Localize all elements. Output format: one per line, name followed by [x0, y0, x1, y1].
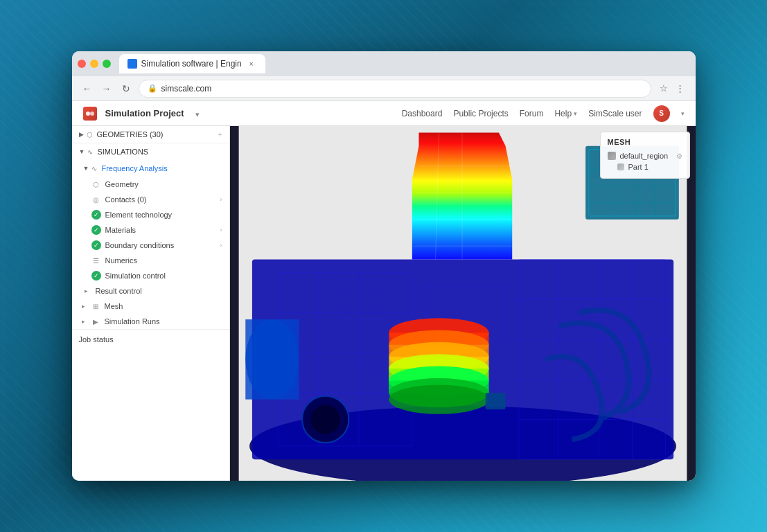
sim-runs-play-icon: ▶ [93, 318, 98, 326]
sidebar-item-boundary[interactable]: ✓ Boundary conditions › [78, 238, 229, 253]
app-header: Simulation Project ▾ Dashboard Public Pr… [72, 101, 696, 126]
sim-runs-icon: ▸ [79, 317, 89, 326]
app-logo [83, 107, 97, 121]
svg-point-51 [310, 405, 340, 434]
simulations-icon: ∿ [87, 148, 93, 156]
geometry-label: Geometry [105, 180, 222, 188]
more-icon[interactable]: ⋮ [673, 82, 687, 96]
part-label: Part 1 [628, 163, 649, 171]
sim-control-check-icon: ✓ [91, 271, 101, 281]
element-tech-label: Element technology [105, 211, 222, 219]
help-chevron-icon: ▾ [574, 110, 577, 117]
url-text: simscale.com [161, 84, 642, 94]
tab-favicon [127, 59, 137, 69]
mesh-grid-icon: ⊞ [93, 303, 98, 310]
sidebar-item-contacts[interactable]: ◎ Contacts (0) › [78, 192, 229, 207]
mesh-item-default-region[interactable]: default_region ⚙ [608, 150, 682, 161]
frequency-analysis-section: ▼ ∿ Frequency Analysis ⬡ Geometry [72, 160, 229, 283]
browser-titlebar: Simulation software | Engin × [72, 51, 696, 76]
geometries-more-icon[interactable]: + [218, 131, 222, 139]
sidebar-item-result-control[interactable]: ▸ Result control [72, 283, 229, 299]
project-menu-button[interactable]: ▾ [195, 107, 200, 120]
boundary-label: Boundary conditions [105, 241, 216, 249]
back-button[interactable]: ← [80, 82, 94, 96]
nav-public-projects[interactable]: Public Projects [453, 109, 508, 118]
geometries-chevron-icon: ▶ [79, 131, 84, 138]
materials-check-icon: ✓ [91, 225, 101, 235]
close-button[interactable] [78, 60, 86, 68]
viewport: MESH default_region ⚙ Part 1 [230, 126, 696, 481]
sidebar-item-sim-control[interactable]: ✓ Simulation control [78, 268, 229, 283]
svg-point-1 [90, 112, 94, 116]
help-menu[interactable]: Help ▾ [554, 109, 577, 118]
mesh-item-part1[interactable]: Part 1 [608, 161, 682, 172]
simulations-chevron-icon: ▼ [79, 148, 85, 155]
user-avatar[interactable]: S [653, 105, 670, 122]
result-control-label: Result control [96, 287, 222, 295]
contacts-icon: ◎ [91, 195, 101, 204]
user-name[interactable]: SimScale user [588, 109, 642, 118]
browser-addressbar: ← → ↻ 🔒 simscale.com ☆ ⋮ [72, 76, 696, 101]
boundary-more-icon[interactable]: › [220, 242, 222, 249]
lock-icon: 🔒 [148, 84, 157, 93]
simulation-canvas [230, 126, 696, 481]
sidebar-item-geometry[interactable]: ⬡ Geometry [78, 177, 229, 192]
maximize-button[interactable] [103, 60, 111, 68]
sidebar-item-sim-runs[interactable]: ▸ ▶ Simulation Runs [72, 314, 229, 329]
svg-point-43 [389, 384, 488, 414]
tab-title: Simulation software | Engin [141, 59, 242, 69]
nav-dashboard[interactable]: Dashboard [402, 109, 443, 118]
sidebar: ▶ ⬡ GEOMETRIES (30) + ▼ ∿ SIMULATIONS [72, 126, 230, 481]
tab-bar: Simulation software | Engin × [119, 54, 690, 73]
user-chevron-icon: ▾ [681, 110, 685, 117]
traffic-lights [78, 60, 111, 68]
sim-runs-label: Simulation Runs [105, 317, 222, 326]
simulations-header[interactable]: ▼ ∿ SIMULATIONS [72, 143, 229, 160]
browser-window: Simulation software | Engin × ← → ↻ 🔒 si… [72, 51, 696, 481]
sim-control-label: Simulation control [105, 272, 222, 280]
contacts-label: Contacts (0) [105, 195, 216, 204]
freq-chevron-icon: ▼ [83, 165, 89, 172]
sidebar-item-materials[interactable]: ✓ Materials › [78, 222, 229, 238]
bookmark-icon[interactable]: ☆ [657, 82, 671, 96]
geometries-label: GEOMETRIES (30) [97, 130, 164, 139]
geometries-header[interactable]: ▶ ⬡ GEOMETRIES (30) + [72, 126, 229, 143]
mesh-region-label: default_region [620, 152, 669, 160]
tab-close-button[interactable]: × [246, 58, 257, 69]
frequency-analysis-header[interactable]: ▼ ∿ Frequency Analysis [78, 160, 229, 177]
part-icon [617, 163, 624, 170]
address-bar[interactable]: 🔒 simscale.com [139, 80, 651, 98]
main-content: ▶ ⬡ GEOMETRIES (30) + ▼ ∿ SIMULATIONS [72, 126, 696, 481]
user-initial: S [659, 109, 664, 117]
forward-button[interactable]: → [100, 82, 114, 96]
addressbar-actions: ☆ ⋮ [657, 82, 687, 96]
simulations-section: ▼ ∿ SIMULATIONS ▼ ∿ Frequency Analysis [72, 143, 229, 330]
numerics-icon: ☰ [91, 256, 101, 265]
svg-rect-21 [245, 319, 299, 399]
mesh-region-settings-icon[interactable]: ⚙ [676, 152, 682, 160]
job-status-label: Job status [79, 335, 114, 344]
job-status[interactable]: Job status [72, 330, 229, 349]
minimize-button[interactable] [90, 60, 98, 68]
freq-wave-icon: ∿ [91, 165, 97, 172]
materials-label: Materials [105, 226, 216, 234]
mesh-panel-title: MESH [608, 138, 682, 146]
browser-tab[interactable]: Simulation software | Engin × [119, 54, 265, 73]
mesh-icon: ▸ [79, 301, 89, 311]
sidebar-item-element-tech[interactable]: ✓ Element technology [78, 207, 229, 222]
reload-button[interactable]: ↻ [119, 82, 133, 96]
contacts-more-icon[interactable]: › [220, 196, 222, 203]
result-control-icon: ▸ [82, 286, 91, 296]
mesh-panel: MESH default_region ⚙ Part 1 [600, 132, 690, 179]
app-wrapper: Simulation Project ▾ Dashboard Public Pr… [72, 101, 696, 481]
nav-forum[interactable]: Forum [520, 109, 544, 118]
element-tech-check-icon: ✓ [91, 210, 101, 220]
materials-more-icon[interactable]: › [220, 227, 222, 233]
numerics-label: Numerics [105, 256, 222, 265]
help-label: Help [554, 109, 572, 118]
frequency-analysis-label: Frequency Analysis [101, 164, 167, 172]
simulations-label: SIMULATIONS [97, 148, 148, 156]
svg-point-0 [86, 112, 90, 116]
sidebar-item-mesh[interactable]: ▸ ⊞ Mesh [72, 299, 229, 314]
sidebar-item-numerics[interactable]: ☰ Numerics [78, 253, 229, 268]
